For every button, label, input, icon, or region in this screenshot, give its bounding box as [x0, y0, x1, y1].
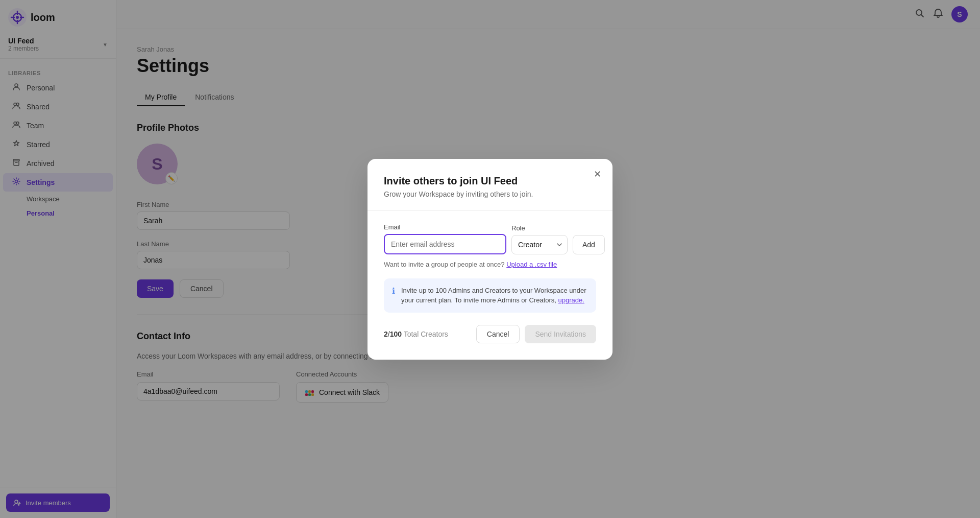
upgrade-link[interactable]: upgrade. — [558, 296, 584, 304]
modal-subtitle: Grow your Workspace by inviting others t… — [384, 190, 596, 198]
send-invitations-button[interactable]: Send Invitations — [525, 325, 596, 343]
modal-overlay: ✕ Invite others to join UI Feed Grow you… — [0, 0, 980, 518]
csv-invite-row: Want to invite a group of people at once… — [384, 261, 596, 268]
info-box: ℹ Invite up to 100 Admins and Creators t… — [384, 278, 596, 313]
modal-role-label: Role — [511, 224, 568, 232]
email-group: Email — [384, 223, 506, 254]
info-text: Invite up to 100 Admins and Creators to … — [401, 286, 588, 305]
csv-upload-link[interactable]: Upload a .csv file — [506, 261, 557, 268]
creators-label: Total Creators — [404, 330, 448, 338]
modal-divider — [368, 210, 612, 211]
creators-count: 2/100 Total Creators — [384, 330, 448, 338]
add-button[interactable]: Add — [573, 235, 605, 254]
modal-close-button[interactable]: ✕ — [590, 167, 604, 181]
role-select[interactable]: Creator Admin Viewer — [511, 235, 568, 254]
modal-cancel-button[interactable]: Cancel — [476, 325, 520, 343]
creators-current: 2 — [384, 330, 388, 338]
modal-title: Invite others to join UI Feed — [384, 175, 596, 187]
creators-total: 100 — [390, 330, 402, 338]
modal-footer: 2/100 Total Creators Cancel Send Invitat… — [384, 325, 596, 343]
invite-modal: ✕ Invite others to join UI Feed Grow you… — [368, 159, 612, 360]
info-icon: ℹ — [392, 286, 395, 296]
role-group: Role Creator Admin Viewer — [511, 224, 568, 254]
modal-email-label: Email — [384, 223, 506, 231]
modal-email-input[interactable] — [384, 234, 506, 254]
close-icon: ✕ — [594, 169, 601, 180]
footer-buttons: Cancel Send Invitations — [476, 325, 596, 343]
invite-form-row: Email Role Creator Admin Viewer Add — [384, 223, 596, 254]
